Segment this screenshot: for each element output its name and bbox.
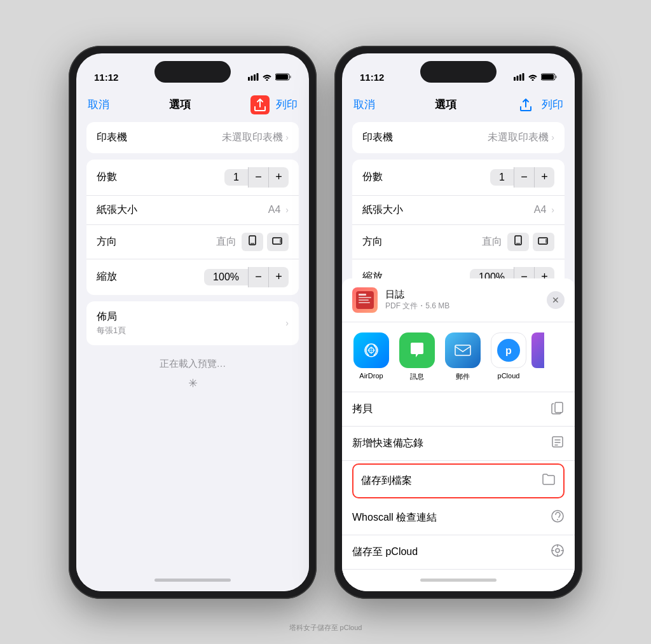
action-clipboard[interactable]: 拷貝	[342, 392, 575, 427]
svg-rect-0	[248, 77, 250, 81]
preview-text-left: 正在載入預覽…	[160, 358, 226, 370]
home-bar-left	[154, 579, 231, 582]
airdrop-icon	[353, 332, 389, 368]
cancel-button-right[interactable]: 取消	[353, 97, 375, 112]
zoom-stepper-left[interactable]: 100% − +	[204, 267, 289, 287]
share-file-row: 日誌 PDF 文件・5.6 MB ✕	[342, 278, 575, 322]
printer-label-right: 印表機	[362, 131, 393, 144]
home-indicator-left	[76, 570, 309, 591]
dialog-header-left: 取消 選項 列印	[76, 88, 309, 122]
status-time-left: 11:12	[94, 72, 118, 83]
app-item-pcloud[interactable]: p pCloud	[486, 332, 531, 381]
svg-point-35	[557, 519, 558, 520]
memo-icon	[551, 435, 565, 452]
share-button-right[interactable]	[516, 95, 535, 114]
layout-sublabel-left: 每張1頁	[97, 325, 126, 336]
wifi-icon-left	[262, 73, 272, 83]
svg-rect-23	[359, 294, 366, 296]
home-indicator-right	[342, 570, 575, 591]
app-item-messages[interactable]: 訊息	[394, 332, 440, 381]
dialog-title-left: 選項	[169, 97, 191, 112]
action-save-pcloud[interactable]: 儲存至 pCloud	[342, 535, 575, 570]
battery-icon-right	[541, 73, 557, 83]
svg-rect-13	[519, 74, 521, 81]
layout-card-left[interactable]: 佈局 每張1頁 ›	[86, 301, 299, 345]
app-item-extra[interactable]	[531, 332, 544, 381]
share-close-button[interactable]: ✕	[547, 291, 565, 309]
copies-minus-left[interactable]: −	[248, 167, 268, 188]
landscape-btn-left[interactable]	[267, 233, 289, 251]
printer-section-left: 印表機 未選取印表機 ›	[86, 122, 299, 153]
printer-row-right[interactable]: 印表機 未選取印表機 ›	[352, 122, 565, 153]
mail-icon	[445, 332, 481, 368]
airdrop-label: AirDrop	[359, 372, 383, 380]
status-icons-right	[514, 73, 557, 83]
paper-chevron-left: ›	[285, 205, 289, 215]
svg-text:p: p	[505, 345, 512, 356]
messages-icon	[399, 332, 435, 368]
action-whoscall[interactable]: Whoscall 檢查連結	[342, 501, 575, 535]
paper-value-left: A4 ›	[268, 204, 289, 216]
svg-rect-25	[359, 299, 369, 301]
portrait-btn-left[interactable]	[242, 233, 263, 251]
printer-value-left: 未選取印表機 ›	[222, 131, 289, 144]
copies-minus-right[interactable]: −	[514, 167, 534, 188]
svg-rect-29	[455, 345, 470, 355]
layout-label-left: 佈局	[97, 310, 126, 324]
share-file-info: 日誌 PDF 文件・5.6 MB	[352, 287, 449, 313]
copies-stepper-left[interactable]: 1 − +	[224, 167, 289, 188]
phone-left: 11:12 取消 選項	[69, 46, 317, 599]
options-card-left: 份數 1 − + 紙張大小 A4 ›	[86, 160, 299, 295]
svg-rect-2	[254, 74, 256, 81]
landscape-btn-right[interactable]	[533, 233, 554, 251]
app-item-mail[interactable]: 郵件	[440, 332, 486, 381]
share-actions: 拷貝 新增快速備忘錄	[342, 392, 575, 570]
orientation-btns-left	[242, 233, 289, 251]
svg-rect-12	[517, 76, 519, 81]
dynamic-island-left	[154, 61, 231, 83]
printer-chevron-left: ›	[285, 132, 289, 142]
orientation-value-left: 直向	[216, 233, 289, 251]
copies-plus-left[interactable]: +	[268, 167, 289, 188]
svg-rect-24	[359, 297, 371, 298]
copies-plus-right[interactable]: +	[534, 167, 554, 188]
svg-rect-26	[359, 302, 370, 303]
cancel-button-left[interactable]: 取消	[88, 97, 109, 112]
loading-icon-left: ✳	[188, 376, 198, 390]
svg-rect-5	[276, 74, 288, 79]
portrait-btn-right[interactable]	[507, 233, 529, 251]
battery-icon-left	[275, 73, 291, 83]
action-save-files[interactable]: 儲存到檔案	[352, 463, 565, 498]
share-button-left[interactable]	[250, 95, 270, 114]
dialog-title-right: 選項	[435, 97, 456, 112]
mail-label: 郵件	[456, 372, 470, 381]
print-dialog-left: 取消 選項 列印	[76, 88, 309, 591]
file-thumbnail	[352, 287, 378, 313]
zoom-minus-left[interactable]: −	[248, 267, 268, 287]
app-item-airdrop[interactable]: AirDrop	[348, 332, 394, 381]
wifi-icon-right	[528, 73, 538, 83]
print-button-right[interactable]: 列印	[542, 97, 563, 112]
print-button-left[interactable]: 列印	[276, 97, 298, 112]
svg-rect-32	[555, 402, 563, 413]
orientation-row-left: 方向 直向	[86, 225, 299, 259]
zoom-plus-left[interactable]: +	[268, 267, 289, 287]
preview-area-left: 正在載入預覽… ✳	[76, 358, 309, 390]
paper-row-right[interactable]: 紙張大小 A4 ›	[352, 196, 565, 225]
printer-chevron-right: ›	[551, 132, 554, 142]
orientation-value-right: 直向	[482, 233, 554, 251]
status-icons-left	[248, 73, 291, 83]
svg-rect-6	[290, 76, 292, 78]
messages-label: 訊息	[410, 372, 424, 381]
dynamic-island-right	[420, 61, 497, 83]
printer-row-left[interactable]: 印表機 未選取印表機 ›	[86, 122, 299, 153]
copies-stepper-right[interactable]: 1 − +	[490, 167, 554, 188]
paper-value-right: A4 ›	[534, 204, 554, 216]
pcloud-action-icon	[551, 544, 565, 561]
svg-rect-3	[257, 73, 259, 81]
action-quick-memo[interactable]: 新增快速備忘錄	[342, 427, 575, 461]
dialog-content-left: 印表機 未選取印表機 › 份數 1	[76, 122, 309, 570]
paper-row-left[interactable]: 紙張大小 A4 ›	[86, 196, 299, 225]
share-sheet: 日誌 PDF 文件・5.6 MB ✕	[342, 278, 575, 591]
pcloud-icon: p	[491, 332, 526, 368]
